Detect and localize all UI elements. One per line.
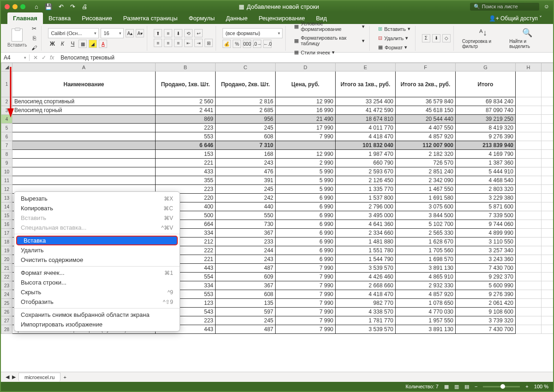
zoom-slider[interactable] <box>483 386 520 387</box>
row-header[interactable]: 7 <box>1 141 12 150</box>
cell-value[interactable]: 2 803 320 <box>456 185 516 194</box>
cell-value[interactable]: 6 990 <box>276 229 336 238</box>
cell-value[interactable]: 5 990 <box>276 185 336 194</box>
orient-icon[interactable]: ⟲ <box>184 29 193 37</box>
indent-inc-icon[interactable]: ⇥ <box>194 39 203 47</box>
cell-value[interactable]: 1 957 550 <box>396 316 456 325</box>
currency-icon[interactable]: 💰 <box>223 40 231 48</box>
delete-cells-button[interactable]: ⊟ Удалить ▾ <box>376 34 412 42</box>
cell-value[interactable]: 5 990 <box>276 167 336 176</box>
cell-value[interactable]: 2 816 <box>216 97 276 106</box>
cell-value[interactable]: 660 790 <box>336 159 396 167</box>
align-center-icon[interactable]: ≡ <box>164 39 172 47</box>
cell-value[interactable]: 1 078 650 <box>396 299 456 308</box>
cell-value[interactable]: 7 430 700 <box>456 325 516 334</box>
cell-value[interactable]: 21 490 <box>276 115 336 124</box>
col-header-B[interactable]: B <box>156 63 216 71</box>
align-left-icon[interactable]: ≡ <box>154 39 162 47</box>
ctx-item[interactable]: Высота строки... <box>14 278 180 287</box>
cell-value[interactable]: 553 <box>156 132 216 141</box>
cell-value[interactable]: 243 <box>216 255 276 264</box>
ctx-item[interactable]: Удалить <box>14 245 180 255</box>
row-header[interactable]: 12 <box>1 185 12 194</box>
cell-value[interactable]: 245 <box>216 185 276 194</box>
window-controls[interactable] <box>5 4 25 9</box>
cell-value[interactable]: 5 990 <box>276 176 336 185</box>
cell-value[interactable]: 4 857 920 <box>396 132 456 141</box>
ctx-item[interactable]: Отобразить^⇧9 <box>14 297 180 307</box>
fill-color-button[interactable]: ◢ <box>89 40 97 48</box>
col-header-A[interactable]: A <box>12 63 156 71</box>
cell-name[interactable]: Велосипед горный <box>12 106 156 115</box>
cell-name[interactable] <box>12 141 156 150</box>
cell-name[interactable]: Велосипед спортивный <box>12 97 156 106</box>
cell-value[interactable]: 5 102 700 <box>396 220 456 229</box>
cell-value[interactable]: 1 387 360 <box>456 159 516 167</box>
fill-icon[interactable]: ⬇ <box>432 34 440 42</box>
cell-value[interactable]: 101 832 040 <box>336 141 396 150</box>
cell-value[interactable]: 1 691 580 <box>396 194 456 202</box>
format-cells-button[interactable]: ▦ Формат ▾ <box>376 43 412 51</box>
cell-value[interactable]: 41 472 590 <box>336 106 396 115</box>
cell-value[interactable]: 4 418 470 <box>336 290 396 299</box>
cell-name[interactable] <box>12 115 156 124</box>
ctx-item[interactable]: Скрыть^9 <box>14 287 180 297</box>
font-size-dropdown[interactable]: 16 <box>101 28 124 38</box>
cell-value[interactable]: 9 276 390 <box>456 290 516 299</box>
find-select-button[interactable]: 🔍Найти и выделить <box>507 28 547 49</box>
copy-icon[interactable]: ⎘ <box>30 34 38 42</box>
cell-value[interactable]: 12 990 <box>276 97 336 106</box>
share-button[interactable]: 👤+ Общий доступ ˅ <box>484 13 547 24</box>
tab-formulas[interactable]: Формулы <box>183 12 221 24</box>
sheet-nav-next[interactable]: ▶ <box>12 374 16 380</box>
merge-icon[interactable]: ⊞ <box>205 39 213 47</box>
cell-value[interactable]: 6 990 <box>276 194 336 202</box>
cell-value[interactable]: 6 990 <box>276 220 336 229</box>
cell-value[interactable]: 2 932 330 <box>396 281 456 290</box>
cell-name[interactable] <box>12 167 156 176</box>
accept-fx-icon[interactable]: ✓ <box>42 54 46 61</box>
cell-value[interactable]: 242 <box>216 194 276 202</box>
cell-value[interactable]: 245 <box>216 124 276 132</box>
col-header-H[interactable]: H <box>516 63 542 71</box>
row-header[interactable]: 17 <box>1 229 12 238</box>
cell-value[interactable]: 3 891 130 <box>396 264 456 273</box>
cell-value[interactable]: 550 <box>216 211 276 220</box>
cell-value[interactable]: 2 593 670 <box>336 167 396 176</box>
cell-value[interactable] <box>276 141 336 150</box>
cell-value[interactable]: 608 <box>216 132 276 141</box>
border-button[interactable]: ▦ <box>78 40 87 48</box>
row-header[interactable]: 24 <box>1 290 12 299</box>
cell-value[interactable]: 3 075 600 <box>396 202 456 211</box>
cell-value[interactable]: 6 990 <box>276 246 336 255</box>
zoom-value[interactable]: 100 % <box>534 384 548 389</box>
cell-value[interactable]: 7 990 <box>276 132 336 141</box>
cell-value[interactable]: 112 007 900 <box>396 141 456 150</box>
cell-value[interactable]: 221 <box>156 159 216 167</box>
cell-value[interactable]: 6 990 <box>276 255 336 264</box>
row-header[interactable]: 15 <box>1 211 12 220</box>
zoom-in-button[interactable]: + <box>525 384 528 389</box>
cell-value[interactable]: 2 851 240 <box>396 167 456 176</box>
row-header[interactable]: 14 <box>1 202 12 211</box>
cell-value[interactable]: 440 <box>216 202 276 211</box>
cell-value[interactable]: 1 698 570 <box>396 255 456 264</box>
cell-value[interactable]: 8 419 320 <box>456 124 516 132</box>
save-icon[interactable]: 💾 <box>45 3 52 10</box>
cell-value[interactable]: 4 338 570 <box>336 308 396 316</box>
ctx-item[interactable]: Импортировать изображение <box>14 320 180 329</box>
cell-value[interactable]: 12 990 <box>276 150 336 159</box>
row-header[interactable]: 9 <box>1 159 12 167</box>
row-header[interactable]: 26 <box>1 308 12 316</box>
cell-name[interactable] <box>12 132 156 141</box>
cell-value[interactable]: 39 219 250 <box>456 115 516 124</box>
cell-value[interactable]: 982 770 <box>336 299 396 308</box>
cell-value[interactable]: 7 430 700 <box>456 264 516 273</box>
cell-value[interactable]: 1 537 800 <box>336 194 396 202</box>
print-icon[interactable]: 🖨 <box>82 3 88 10</box>
ctx-item[interactable]: Формат ячеек...⌘1 <box>14 268 180 278</box>
cell-value[interactable]: 5 600 990 <box>456 281 516 290</box>
cell-value[interactable]: 1 705 560 <box>396 246 456 255</box>
cell-value[interactable]: 487 <box>216 325 276 334</box>
bold-button[interactable]: Ж <box>48 40 56 48</box>
